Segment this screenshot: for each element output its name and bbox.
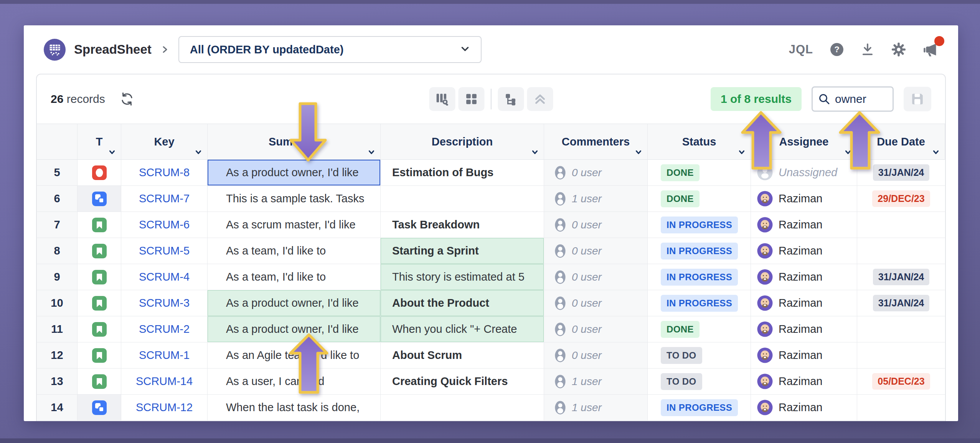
status-cell[interactable]: IN PROGRESS xyxy=(648,264,751,290)
commenters-cell[interactable]: 0 user xyxy=(544,160,648,186)
column-sort-chevron-icon[interactable] xyxy=(634,149,643,156)
issue-key-cell[interactable]: SCRUM-12 xyxy=(121,395,208,421)
assignee-cell[interactable]: Raziman xyxy=(751,238,857,264)
issue-type-cell[interactable] xyxy=(78,369,121,395)
issue-type-cell[interactable] xyxy=(78,316,121,342)
settings-gear-icon[interactable] xyxy=(891,42,906,57)
row-number[interactable]: 12 xyxy=(37,342,78,369)
status-cell[interactable]: IN PROGRESS xyxy=(648,395,751,421)
summary-cell[interactable]: As an Agile team, I'd like to xyxy=(208,342,381,369)
column-header-commenters[interactable]: Commenters xyxy=(544,124,648,160)
help-icon[interactable]: ? xyxy=(830,43,844,56)
row-number[interactable]: 13 xyxy=(37,369,78,395)
issue-key-link[interactable]: SCRUM-8 xyxy=(139,166,190,179)
column-header-due-date[interactable]: Due Date xyxy=(857,124,945,160)
issue-type-cell[interactable] xyxy=(78,290,121,316)
issue-type-cell[interactable] xyxy=(78,238,121,264)
refresh-button[interactable] xyxy=(120,92,134,106)
issue-type-cell[interactable] xyxy=(78,186,121,212)
column-sort-chevron-icon[interactable] xyxy=(844,149,852,156)
column-sort-chevron-icon[interactable] xyxy=(932,149,940,156)
issue-type-cell[interactable] xyxy=(78,212,121,238)
jql-button[interactable]: JQL xyxy=(789,43,813,56)
issue-key-cell[interactable]: SCRUM-3 xyxy=(121,290,208,316)
commenters-cell[interactable]: 0 user xyxy=(544,238,648,264)
row-number[interactable]: 11 xyxy=(37,316,78,342)
description-cell[interactable]: Estimation of Bugs xyxy=(381,160,544,186)
issue-key-cell[interactable]: SCRUM-14 xyxy=(121,369,208,395)
description-cell[interactable]: Starting a Sprint xyxy=(381,238,544,264)
column-settings-button[interactable] xyxy=(429,87,455,111)
collapse-all-button[interactable] xyxy=(527,87,553,111)
column-header-rownum[interactable] xyxy=(37,124,78,160)
issue-type-cell[interactable] xyxy=(78,395,121,421)
search-input[interactable] xyxy=(835,93,885,106)
column-header-key[interactable]: Key xyxy=(121,124,208,160)
issue-key-cell[interactable]: SCRUM-7 xyxy=(121,186,208,212)
issue-key-cell[interactable]: SCRUM-8 xyxy=(121,160,208,186)
due-date-cell[interactable] xyxy=(857,212,945,238)
column-sort-chevron-icon[interactable] xyxy=(367,149,376,156)
description-cell[interactable]: Task Breakdown xyxy=(381,212,544,238)
grid-view-button[interactable] xyxy=(458,87,484,111)
issue-key-link[interactable]: SCRUM-14 xyxy=(136,375,193,388)
assignee-cell[interactable]: Raziman xyxy=(751,342,857,369)
summary-cell[interactable]: As a product owner, I'd like xyxy=(208,290,381,316)
due-date-cell[interactable] xyxy=(857,395,945,421)
issue-key-link[interactable]: SCRUM-5 xyxy=(139,245,190,257)
commenters-cell[interactable]: 0 user xyxy=(544,212,648,238)
issue-key-link[interactable]: SCRUM-3 xyxy=(139,297,190,309)
row-number[interactable]: 14 xyxy=(37,395,78,421)
summary-cell[interactable]: As a team, I'd like to xyxy=(208,264,381,290)
row-number[interactable]: 10 xyxy=(37,290,78,316)
column-header-description[interactable]: Description xyxy=(381,124,544,160)
assignee-cell[interactable]: Raziman xyxy=(751,369,857,395)
status-cell[interactable]: IN PROGRESS xyxy=(648,290,751,316)
status-cell[interactable]: DONE xyxy=(648,160,751,186)
status-cell[interactable]: TO DO xyxy=(648,342,751,369)
save-button[interactable] xyxy=(904,87,931,111)
assignee-cell[interactable]: Raziman xyxy=(751,212,857,238)
issue-key-link[interactable]: SCRUM-7 xyxy=(139,192,190,205)
due-date-cell[interactable]: 05/DEC/23 xyxy=(857,369,945,395)
assignee-cell[interactable]: Unassigned xyxy=(751,160,857,186)
row-number[interactable]: 5 xyxy=(37,160,78,186)
description-cell[interactable]: This story is estimated at 5 xyxy=(381,264,544,290)
summary-cell[interactable]: As a scrum master, I'd like xyxy=(208,212,381,238)
issue-type-cell[interactable] xyxy=(78,160,121,186)
column-header-assignee[interactable]: Assignee xyxy=(751,124,857,160)
announcements-megaphone-icon[interactable] xyxy=(923,42,938,57)
export-download-icon[interactable] xyxy=(861,43,874,56)
commenters-cell[interactable]: 0 user xyxy=(544,290,648,316)
summary-cell[interactable]: As a user, I can add xyxy=(208,369,381,395)
assignee-cell[interactable]: Raziman xyxy=(751,316,857,342)
issue-key-link[interactable]: SCRUM-6 xyxy=(139,218,190,231)
summary-cell[interactable]: This is a sample task. Tasks xyxy=(208,186,381,212)
issue-type-cell[interactable] xyxy=(78,264,121,290)
status-cell[interactable]: DONE xyxy=(648,186,751,212)
issue-key-cell[interactable]: SCRUM-2 xyxy=(121,316,208,342)
commenters-cell[interactable]: 1 user xyxy=(544,369,648,395)
column-header-t[interactable]: T xyxy=(78,124,121,160)
commenters-cell[interactable]: 0 user xyxy=(544,264,648,290)
issue-type-cell[interactable] xyxy=(78,342,121,369)
due-date-cell[interactable]: 31/JAN/24 xyxy=(857,290,945,316)
column-sort-chevron-icon[interactable] xyxy=(531,149,539,156)
description-cell[interactable] xyxy=(381,186,544,212)
row-number[interactable]: 8 xyxy=(37,238,78,264)
filter-dropdown[interactable]: All (ORDER BY updatedDate) xyxy=(178,36,482,63)
description-cell[interactable]: About Scrum xyxy=(381,342,544,369)
commenters-cell[interactable]: 1 user xyxy=(544,395,648,421)
status-cell[interactable]: IN PROGRESS xyxy=(648,238,751,264)
column-sort-chevron-icon[interactable] xyxy=(108,149,116,156)
issue-key-cell[interactable]: SCRUM-6 xyxy=(121,212,208,238)
status-cell[interactable]: DONE xyxy=(648,316,751,342)
summary-cell[interactable]: As a product owner, I'd like xyxy=(208,160,381,186)
column-header-summary[interactable]: Summary xyxy=(208,124,381,160)
commenters-cell[interactable]: 0 user xyxy=(544,316,648,342)
commenters-cell[interactable]: 1 user xyxy=(544,186,648,212)
issue-key-link[interactable]: SCRUM-2 xyxy=(139,323,190,336)
column-sort-chevron-icon[interactable] xyxy=(194,149,203,156)
summary-cell[interactable]: As a product owner, I'd like xyxy=(208,316,381,342)
assignee-cell[interactable]: Raziman xyxy=(751,264,857,290)
